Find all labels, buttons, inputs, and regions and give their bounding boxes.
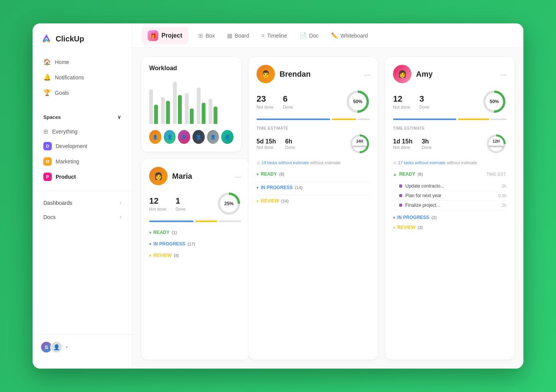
amy-not-done: 12 Not done [393, 94, 410, 109]
sidebar-item-product[interactable]: P Product [36, 170, 129, 184]
maria-bar-yellow [195, 221, 217, 222]
amy-time-done-lbl: Done [422, 145, 432, 150]
development-badge: D [43, 142, 52, 150]
avatar-person-6: 👤 [221, 130, 234, 144]
logo: ClickUp [33, 33, 132, 54]
amy-progress-bars [393, 119, 507, 120]
dashboards-arrow-icon: › [120, 200, 121, 206]
sidebar-item-home[interactable]: 🏠 Home [36, 54, 129, 69]
brendan-review-toggle[interactable]: ▾ REVIEW (14) [257, 197, 370, 205]
amy-task-1[interactable]: Update contracto... 2h [393, 181, 507, 191]
maria-chevron-icon[interactable]: ⌵⌵ [235, 173, 241, 179]
brendan-not-done-label: Not done [257, 105, 274, 109]
maria-in-progress-section: ▾ IN PROGRESS (17) [149, 240, 241, 248]
brendan-time-not-done-lbl: Not done [257, 145, 276, 150]
amy-bar-yellow [458, 119, 489, 120]
brendan-divider-1 [257, 181, 370, 182]
user-avatars: S 👤 [40, 341, 63, 353]
brendan-avatar: 👨 [257, 65, 275, 83]
tab-doc-label: Doc [309, 33, 319, 39]
amy-inprogress-toggle[interactable]: ▾ IN PROGRESS (2) [393, 213, 507, 222]
amy-review-count: (3) [418, 225, 423, 230]
tab-timeline[interactable]: ≡ Timeline [256, 29, 293, 42]
brendan-divider-2 [257, 195, 370, 195]
amy-time-est-col: TIME EST. [486, 172, 507, 176]
tab-board-label: Board [235, 33, 249, 39]
bar-green-4 [190, 109, 194, 124]
maria-inprogress-toggle[interactable]: ▾ IN PROGRESS (17) [149, 240, 241, 248]
sidebar-item-development-label: Development [56, 143, 87, 149]
amy-done-number: 3 [419, 94, 429, 104]
project-icon: 🎁 [148, 30, 158, 41]
amy-done: 3 Done [419, 94, 429, 109]
tab-doc[interactable]: 📄 Doc [294, 29, 324, 42]
sidebar-item-goals[interactable]: 🏆 Goals [36, 85, 129, 100]
sidebar-item-marketing[interactable]: M Marketing [36, 154, 129, 169]
amy-task-3-dot [399, 204, 402, 207]
spaces-header[interactable]: Spaces ∨ [36, 111, 129, 123]
amy-time-group: 1d 15h Not done 3h Done [393, 138, 432, 150]
brendan-inprogress-toggle[interactable]: ▾ IN PROGRESS (14) [257, 183, 370, 192]
brendan-ready-toggle[interactable]: ▾ READY (8) [257, 170, 370, 178]
nav-sections: Dashboards › Docs › [33, 191, 132, 224]
brendan-donut: 50% [345, 89, 370, 114]
whiteboard-icon: ✏️ [331, 32, 338, 39]
amy-inprogress-label: IN PROGRESS [397, 215, 429, 220]
left-column: Workload [141, 57, 241, 359]
user-menu-arrow-icon[interactable]: ▾ [66, 344, 68, 350]
amy-task-3[interactable]: Finalize project... 2h [393, 201, 507, 210]
bar-group-2 [161, 97, 170, 124]
maria-review-toggle[interactable]: ▾ REVIEW (8) [149, 251, 241, 260]
maria-not-done-number: 12 [149, 196, 166, 206]
user-avatar-photo[interactable]: 👤 [50, 341, 63, 353]
brendan-review-label: REVIEW [261, 198, 279, 204]
amy-task-2[interactable]: Plan for next year 0.5h [393, 191, 507, 201]
bar-group-5 [197, 87, 206, 124]
maria-not-done-label: Not done [149, 207, 166, 211]
board-icon: ▦ [227, 32, 232, 39]
brendan-ready-section: ▾ READY (8) [257, 170, 370, 178]
brendan-review-arrow-icon: ▾ [257, 199, 258, 203]
bar-gray-2 [161, 97, 165, 124]
maria-done-label: Done [176, 207, 186, 211]
brendan-inprogress-arrow-icon: ▾ [257, 186, 258, 190]
timeline-icon: ≡ [262, 32, 265, 39]
amy-remaining-donut: 12H remaining [486, 133, 507, 154]
sidebar-item-everything[interactable]: ⊞ Everything [36, 125, 129, 138]
brendan-not-done: 23 Not done [257, 94, 274, 109]
tab-board[interactable]: ▦ Board [222, 29, 254, 42]
brendan-bar-gray [358, 119, 370, 120]
amy-remaining-text: 12H remaining [489, 139, 503, 148]
maria-stat-group: 12 Not done 1 Done [149, 196, 186, 211]
brendan-done: 6 Done [283, 94, 293, 109]
amy-stat-group: 12 Not done 3 Done [393, 94, 429, 109]
amy-info: 👩 Amy [393, 65, 433, 83]
bar-gray-6 [209, 99, 212, 124]
project-tab[interactable]: 🎁 Project [141, 27, 188, 44]
amy-review-arrow-icon: ▾ [393, 226, 395, 230]
bar-green-5 [202, 103, 206, 124]
sidebar-item-docs[interactable]: Docs › [36, 210, 129, 224]
workload-avatars: 👤 👤 👤 👤 👤 👤 [149, 130, 234, 144]
tab-whiteboard[interactable]: ✏️ Whiteboard [326, 29, 373, 42]
tab-box[interactable]: ⊞ Box [193, 29, 220, 42]
bar-gray-5 [197, 87, 201, 124]
sidebar-item-dashboards[interactable]: Dashboards › [36, 196, 129, 210]
amy-ready-label: READY [399, 171, 415, 177]
amy-ready-toggle[interactable]: ▲ READY (8) [393, 170, 423, 178]
sidebar-item-notifications[interactable]: 🔔 Notifications [36, 70, 129, 85]
brendan-ready-label: READY [261, 171, 277, 177]
amy-review-toggle[interactable]: ▾ REVIEW (3) [393, 223, 507, 232]
avatar-person-4: 👤 [192, 130, 205, 144]
brendan-warning-link[interactable]: 19 tasks without estimate [262, 160, 309, 165]
amy-chevron-icon[interactable]: ⌵⌵ [500, 71, 507, 77]
brendan-review-count: (14) [281, 199, 289, 203]
brendan-chevron-icon[interactable]: ⌵⌵ [364, 71, 370, 77]
maria-ready-toggle[interactable]: ▾ READY (1) [149, 228, 241, 237]
maria-header: 👩 Maria ⌵⌵ [149, 167, 241, 185]
avatar-person-1: 👤 [149, 130, 161, 144]
sidebar-item-product-label: Product [56, 174, 76, 180]
amy-warning-link[interactable]: 17 tasks without estimate [398, 160, 446, 165]
sidebar-item-development[interactable]: D Development [36, 139, 129, 153]
brendan-face: 👨 [262, 70, 270, 78]
